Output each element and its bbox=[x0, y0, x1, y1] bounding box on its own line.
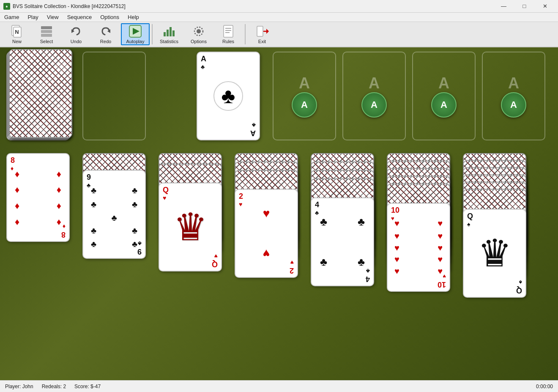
maximize-button[interactable]: □ bbox=[515, 0, 534, 12]
exit-icon bbox=[255, 25, 269, 38]
8d-pip7: ♦ bbox=[15, 217, 19, 228]
svg-rect-16 bbox=[224, 25, 233, 37]
minimize-button[interactable]: — bbox=[494, 0, 513, 12]
titlebar-left: ♠ BVS Solitaire Collection - Klondike [#… bbox=[3, 3, 126, 10]
new-icon: N bbox=[10, 25, 24, 38]
toolbar-separator-2 bbox=[245, 24, 246, 44]
menu-game[interactable]: Game bbox=[0, 13, 23, 21]
window-title: BVS Solitaire Collection - Klondike [#42… bbox=[13, 3, 126, 9]
toolbar: N New Select Undo R bbox=[0, 22, 558, 47]
options-label: Options bbox=[191, 39, 207, 44]
8d-pip8: ♦ bbox=[57, 217, 61, 228]
autoplay-button[interactable]: Autoplay bbox=[121, 23, 150, 45]
9c-rank-bottom: 9♣ bbox=[137, 240, 142, 255]
8d-pip1: ♦ bbox=[15, 169, 19, 180]
svg-rect-10 bbox=[164, 32, 166, 36]
menu-sequence[interactable]: Sequence bbox=[63, 13, 96, 21]
foundation-4[interactable]: A A bbox=[482, 52, 545, 140]
ten-hearts[interactable]: 10♥ ♥ ♥ ♥ ♥ ♥ ♥ ♥ ♥ ♥ ♥ 10♥ bbox=[387, 203, 450, 292]
foundation-2-label: A bbox=[369, 74, 380, 92]
ace-clubs-center: ♣ bbox=[213, 81, 243, 111]
foundation-1-label: A bbox=[299, 74, 310, 92]
autoplay-icon bbox=[129, 25, 142, 38]
autoplay-label: Autoplay bbox=[126, 39, 145, 44]
8d-rank-top: 8♦ bbox=[11, 156, 15, 172]
rules-label: Rules bbox=[222, 39, 234, 44]
svg-text:N: N bbox=[15, 29, 19, 35]
foundation-3[interactable]: A A bbox=[412, 52, 476, 140]
menu-help[interactable]: Help bbox=[123, 13, 143, 21]
foundation-2[interactable]: A A bbox=[342, 52, 406, 140]
titlebar: ♠ BVS Solitaire Collection - Klondike [#… bbox=[0, 0, 558, 13]
undo-icon bbox=[69, 25, 83, 38]
queen-hearts[interactable]: Q♥ ♛ Q♥ bbox=[159, 183, 222, 271]
options-icon bbox=[192, 25, 205, 38]
4c-rank-bottom: 4♣ bbox=[366, 268, 370, 283]
close-button[interactable]: ✕ bbox=[536, 0, 555, 12]
player-name: Player: John bbox=[5, 384, 33, 389]
qh-rank-bottom: Q♥ bbox=[212, 253, 218, 268]
menu-view[interactable]: View bbox=[43, 13, 63, 21]
foundation-1-ace: A bbox=[292, 92, 317, 118]
undo-button[interactable]: Undo bbox=[62, 23, 90, 45]
redeals-count: Redeals: 2 bbox=[42, 384, 66, 389]
svg-rect-5 bbox=[41, 34, 52, 37]
svg-rect-13 bbox=[172, 30, 175, 36]
eight-diamonds[interactable]: 8♦ ♦ ♦ ♦ ♦ ♦ ♦ ♦ ♦ 8♦ bbox=[6, 153, 70, 242]
new-label: New bbox=[12, 39, 22, 44]
statusbar-left: Player: John Redeals: 2 Score: $-47 bbox=[5, 384, 101, 389]
select-button[interactable]: Select bbox=[32, 23, 61, 45]
menu-play[interactable]: Play bbox=[23, 13, 42, 21]
four-clubs[interactable]: 4♣ ♣ ♣ ♣ ♣ 4♣ bbox=[311, 197, 374, 286]
redo-icon bbox=[99, 25, 112, 38]
2h-rank-top: 2♥ bbox=[239, 192, 243, 208]
9c-rank-top: 9♣ bbox=[87, 173, 91, 189]
ace-of-clubs[interactable]: A♣ ♣ A♣ bbox=[197, 52, 260, 140]
statistics-icon bbox=[162, 25, 176, 38]
10h-rank-bottom: 10♥ bbox=[438, 273, 446, 288]
foundation-3-label: A bbox=[438, 74, 449, 92]
statistics-button[interactable]: Statistics bbox=[155, 23, 183, 45]
svg-marker-22 bbox=[266, 29, 269, 34]
waste-pile[interactable] bbox=[82, 52, 146, 140]
rules-icon bbox=[222, 25, 235, 38]
svg-rect-20 bbox=[257, 26, 263, 36]
qs-rank-bottom: Q♠ bbox=[516, 279, 522, 294]
nine-clubs[interactable]: 9♣ ♣ ♣ ♣ ♣ ♣ ♣ ♣ ♣ ♣ 9♣ bbox=[82, 170, 146, 259]
new-button[interactable]: N New bbox=[3, 23, 31, 45]
foundation-2-ace: A bbox=[361, 92, 387, 118]
svg-rect-3 bbox=[41, 26, 52, 29]
redo-button[interactable]: Redo bbox=[91, 23, 120, 45]
options-button[interactable]: Options bbox=[184, 23, 213, 45]
titlebar-controls: — □ ✕ bbox=[494, 0, 555, 12]
8d-pip5: ♦ bbox=[15, 200, 19, 211]
exit-button[interactable]: Exit bbox=[248, 23, 276, 45]
app-icon: ♠ bbox=[3, 3, 10, 10]
time-display: 0:00:00 bbox=[536, 384, 553, 389]
8d-rank-bottom: 8♦ bbox=[61, 223, 66, 238]
foundation-4-ace: A bbox=[501, 92, 526, 118]
menu-options[interactable]: Options bbox=[96, 13, 123, 21]
foundation-1[interactable]: A A bbox=[273, 52, 336, 140]
stock-pile-4 bbox=[9, 49, 72, 138]
8d-pip2: ♦ bbox=[57, 169, 61, 180]
foundation-4-label: A bbox=[508, 74, 519, 92]
toolbar-separator bbox=[152, 24, 153, 44]
ace-clubs-rank-top: A♣ bbox=[201, 55, 206, 70]
redo-label: Redo bbox=[100, 39, 111, 44]
game-area: A♣ ♣ A♣ A A A A A A A A 8♦ ♦ ♦ ♦ ♦ ♦ ♦ ♦ bbox=[0, 47, 558, 380]
select-icon bbox=[40, 25, 53, 38]
statistics-label: Statistics bbox=[160, 39, 178, 44]
score-display: Score: $-47 bbox=[74, 384, 101, 389]
svg-rect-4 bbox=[41, 30, 52, 33]
queen-spades[interactable]: Q♠ ♛ Q♠ bbox=[463, 209, 526, 298]
select-label: Select bbox=[40, 39, 53, 44]
statusbar: Player: John Redeals: 2 Score: $-47 0:00… bbox=[0, 380, 558, 392]
two-hearts[interactable]: 2♥ ♥ ♥ 2♥ bbox=[235, 189, 298, 278]
exit-label: Exit bbox=[258, 39, 266, 44]
svg-point-14 bbox=[197, 29, 201, 33]
foundation-3-ace: A bbox=[431, 92, 457, 118]
stock-pattern-4 bbox=[10, 50, 71, 137]
rules-button[interactable]: Rules bbox=[214, 23, 243, 45]
undo-label: Undo bbox=[71, 39, 82, 44]
